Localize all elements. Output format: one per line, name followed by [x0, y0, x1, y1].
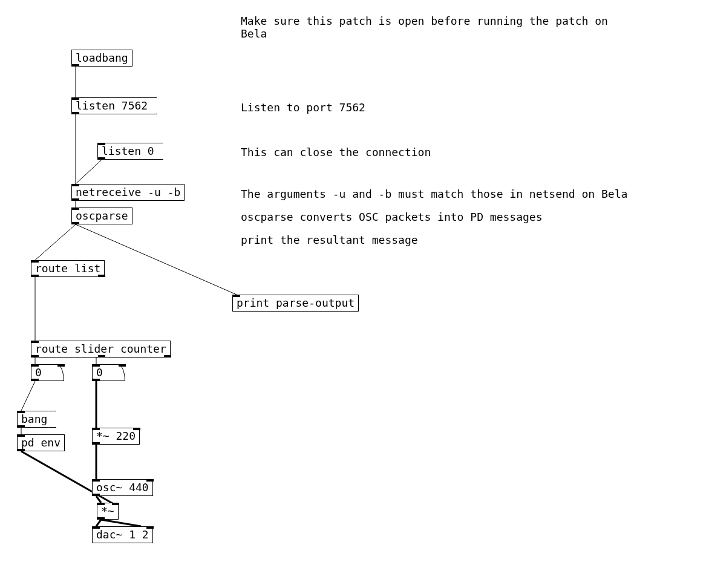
- inlet-port: [93, 428, 100, 430]
- inlet-port: [98, 143, 105, 145]
- inlet-port: [119, 364, 126, 367]
- outlet-port: [93, 494, 100, 496]
- outlet-port: [98, 275, 105, 277]
- inlet-port: [18, 411, 25, 413]
- inlet-port: [72, 184, 79, 186]
- outlet-port: [97, 517, 105, 520]
- outlet-port: [72, 198, 79, 201]
- object-loadbang[interactable]: loadbang: [71, 50, 132, 67]
- outlet-port: [72, 222, 79, 224]
- inlet-port: [146, 526, 154, 529]
- outlet-port: [98, 355, 105, 358]
- inlet-port: [93, 526, 100, 529]
- inlet-port: [31, 364, 39, 367]
- inlet-port: [146, 479, 154, 482]
- message-listen-0[interactable]: listen 0: [97, 143, 163, 160]
- object-osc-tilde-440[interactable]: osc~ 440: [92, 479, 153, 496]
- message-bang[interactable]: bang: [17, 411, 56, 428]
- object-print-parse-output[interactable]: print parse-output: [232, 295, 359, 312]
- outlet-port: [164, 355, 171, 358]
- number-box-slider[interactable]: 0: [31, 364, 64, 381]
- message-listen-7562[interactable]: listen 7562: [71, 97, 156, 114]
- inlet-port: [18, 434, 25, 437]
- svg-line-16: [101, 520, 141, 526]
- inlet-port: [97, 503, 105, 505]
- inlet-port: [72, 207, 79, 210]
- svg-line-9: [21, 381, 35, 411]
- outlet-port: [31, 379, 39, 381]
- object-netreceive[interactable]: netreceive -u -b: [71, 184, 185, 201]
- object-route-list[interactable]: route list: [31, 260, 105, 277]
- svg-line-4: [35, 224, 76, 260]
- inlet-port: [31, 260, 39, 263]
- inlet-port: [133, 428, 140, 430]
- object-oscparse[interactable]: oscparse: [71, 207, 132, 224]
- comment-listen: Listen to port 7562: [241, 101, 365, 114]
- inlet-port: [93, 479, 100, 482]
- comment-close: This can close the connection: [241, 146, 431, 158]
- object-route-slider-counter[interactable]: route slider counter: [31, 341, 171, 358]
- svg-line-15: [96, 520, 101, 526]
- outlet-port: [31, 275, 39, 277]
- object-times-tilde[interactable]: *~: [97, 503, 119, 520]
- outlet-port: [31, 355, 39, 358]
- comment-netrecv: The arguments -u and -b must match those…: [241, 188, 627, 200]
- inlet-port: [93, 364, 100, 367]
- inlet-port: [57, 364, 65, 367]
- svg-line-5: [76, 224, 237, 295]
- outlet-port: [93, 379, 100, 381]
- inlet-port: [72, 97, 79, 100]
- inlet-port: [31, 341, 39, 343]
- outlet-port: [93, 442, 100, 445]
- svg-line-13: [96, 496, 101, 503]
- outlet-port: [18, 449, 25, 451]
- number-box-counter[interactable]: 0: [92, 364, 125, 381]
- outlet-port: [98, 157, 105, 160]
- outlet-port: [72, 112, 79, 114]
- outlet-port: [72, 64, 79, 67]
- object-times-tilde-220[interactable]: *~ 220: [92, 428, 140, 445]
- inlet-port: [112, 503, 119, 505]
- inlet-port: [233, 295, 240, 297]
- outlet-port: [18, 425, 25, 428]
- svg-line-2: [76, 160, 102, 184]
- comment-print: print the resultant message: [241, 234, 418, 246]
- subpatch-pd-env[interactable]: pd env: [17, 434, 65, 451]
- comment-oscparse: oscparse converts OSC packets into PD me…: [241, 211, 543, 223]
- comment-intro: Make sure this patch is open before runn…: [241, 15, 608, 40]
- object-dac-tilde[interactable]: dac~ 1 2: [92, 526, 153, 543]
